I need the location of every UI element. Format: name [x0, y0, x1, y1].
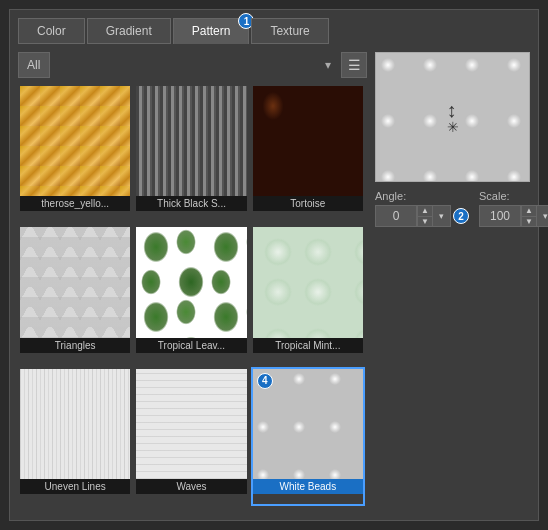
scale-label-text: Scale:	[479, 190, 510, 202]
pattern-label-tropical-leaves: Tropical Leav...	[136, 338, 246, 353]
tab-bar: Color Gradient Pattern 1 Texture	[18, 18, 530, 44]
pattern-item-tropical-mint[interactable]: Tropical Mint...	[251, 225, 365, 364]
pattern-item-thick-black-s[interactable]: Thick Black S...	[134, 84, 248, 223]
pattern-label-uneven-lines: Uneven Lines	[20, 479, 130, 494]
pattern-thumb-waves	[136, 369, 246, 479]
pattern-label-therose-yellow: therose_yello...	[20, 196, 130, 211]
pattern-item-tropical-leaves[interactable]: Tropical Leav...	[134, 225, 248, 364]
left-panel: All ☰ therose_yello... Thick Black S	[18, 52, 367, 506]
tab-pattern[interactable]: Pattern 1	[173, 18, 250, 44]
angle-spinner-buttons: ▲ ▼	[417, 205, 433, 227]
pattern-item-therose-yellow[interactable]: therose_yello...	[18, 84, 132, 223]
grid-view-button[interactable]: ☰	[341, 52, 367, 78]
scale-dropdown-icon: ▾	[543, 211, 548, 221]
tab-texture[interactable]: Texture	[251, 18, 328, 44]
pattern-item-uneven-lines[interactable]: Uneven Lines	[18, 367, 132, 506]
controls-row: Angle: ▲ ▼ ▾ 2	[375, 190, 530, 227]
tab-gradient-label: Gradient	[106, 24, 152, 38]
scale-label: Scale:	[479, 190, 548, 202]
tab-color-label: Color	[37, 24, 66, 38]
filter-select[interactable]: All	[18, 52, 50, 78]
angle-input[interactable]	[375, 205, 417, 227]
pattern-thumb-triangles	[20, 227, 130, 337]
pattern-thumb-thick-black-s	[136, 86, 246, 196]
pattern-item-triangles[interactable]: Triangles	[18, 225, 132, 364]
scale-input[interactable]	[479, 205, 521, 227]
pattern-thumb-tropical-mint	[253, 227, 363, 337]
grid-icon: ☰	[348, 57, 361, 73]
angle-decrement-button[interactable]: ▼	[417, 216, 433, 227]
scale-dropdown-button[interactable]: ▾	[537, 205, 548, 227]
pattern-label-tropical-mint: Tropical Mint...	[253, 338, 363, 353]
content-area: All ☰ therose_yello... Thick Black S	[18, 52, 530, 506]
scale-decrement-button[interactable]: ▼	[521, 216, 537, 227]
angle-spinner: ▲ ▼ ▾ 2	[375, 205, 469, 227]
pattern-item-waves[interactable]: Waves	[134, 367, 248, 506]
scale-spinner-buttons: ▲ ▼	[521, 205, 537, 227]
angle-badge: 2	[453, 208, 469, 224]
pattern-thumb-therose-yellow	[20, 86, 130, 196]
filter-row: All ☰	[18, 52, 367, 78]
right-panel: ↕ ✳ Angle: ▲	[375, 52, 530, 506]
pattern-thumb-tropical-leaves	[136, 227, 246, 337]
tab-gradient[interactable]: Gradient	[87, 18, 171, 44]
scale-control-group: Scale: ▲ ▼ ▾ 3	[479, 190, 548, 227]
angle-dropdown-icon: ▾	[439, 211, 444, 221]
pattern-item-white-beads[interactable]: 4 White Beads	[251, 367, 365, 506]
filter-select-wrapper: All	[18, 52, 337, 78]
pattern-label-triangles: Triangles	[20, 338, 130, 353]
pattern-thumb-tortoise	[253, 86, 363, 196]
angle-increment-button[interactable]: ▲	[417, 205, 433, 216]
panel: Color Gradient Pattern 1 Texture All	[9, 9, 539, 521]
pattern-preview: ↕ ✳	[375, 52, 530, 182]
pattern-grid: therose_yello... Thick Black S... Tortoi…	[18, 84, 367, 506]
pattern-label-waves: Waves	[136, 479, 246, 494]
angle-dropdown-button[interactable]: ▾	[433, 205, 451, 227]
pattern-label-white-beads: White Beads	[253, 479, 363, 494]
tab-pattern-label: Pattern	[192, 24, 231, 38]
pattern-label-thick-black-s: Thick Black S...	[136, 196, 246, 211]
pattern-label-tortoise: Tortoise	[253, 196, 363, 211]
pattern-grid-area: therose_yello... Thick Black S... Tortoi…	[18, 84, 367, 506]
angle-label-text: Angle:	[375, 190, 406, 202]
pattern-thumb-uneven-lines	[20, 369, 130, 479]
controls-area: Angle: ▲ ▼ ▾ 2	[375, 190, 530, 227]
preview-cursor-icon: ↕ ✳	[447, 100, 459, 134]
scale-spinner: ▲ ▼ ▾ 3	[479, 205, 548, 227]
angle-control-group: Angle: ▲ ▼ ▾ 2	[375, 190, 469, 227]
pattern-item-tortoise[interactable]: Tortoise	[251, 84, 365, 223]
tab-texture-label: Texture	[270, 24, 309, 38]
tab-color[interactable]: Color	[18, 18, 85, 44]
angle-label: Angle:	[375, 190, 469, 202]
pattern-selected-badge: 4	[257, 373, 273, 389]
scale-increment-button[interactable]: ▲	[521, 205, 537, 216]
pattern-thumb-white-beads: 4	[253, 369, 363, 479]
